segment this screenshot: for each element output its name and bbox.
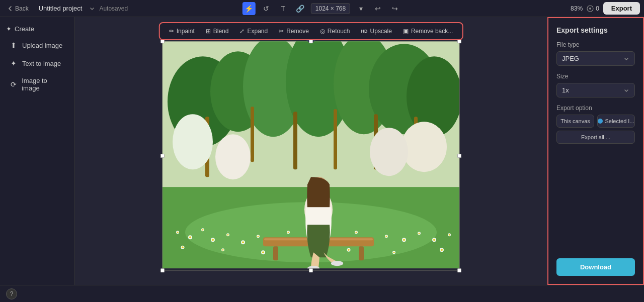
- svg-point-17: [401, 122, 447, 172]
- link-icon[interactable]: 🔗: [294, 2, 307, 15]
- retouch-icon: ◎: [320, 28, 325, 35]
- inpaint-icon: ✏: [169, 28, 174, 35]
- expand-tool-button[interactable]: ⤢ Expand: [234, 25, 273, 37]
- svg-point-63: [262, 251, 264, 253]
- remove-icon: ✂: [279, 28, 284, 35]
- history-icon[interactable]: ↺: [260, 2, 273, 15]
- canvas-area: ✏ Inpaint ⊞ Blend ⤢ Expand ✂ Remove ◎ Re…: [74, 17, 547, 285]
- create-section: ✦ Create: [0, 21, 74, 36]
- redo-icon[interactable]: ↪: [388, 2, 401, 15]
- top-bar-left: Back Untitled project Autosaved: [4, 3, 128, 14]
- file-type-select[interactable]: JPEG: [556, 51, 635, 66]
- size-select[interactable]: 1x: [556, 83, 635, 97]
- svg-rect-12: [293, 112, 297, 169]
- project-name[interactable]: Untitled project: [36, 4, 86, 13]
- export-all-button[interactable]: Export all ...: [556, 131, 635, 144]
- export-option-group: Export option This canvas Selected I... …: [556, 105, 635, 144]
- export-button[interactable]: Export: [603, 2, 640, 15]
- plus-icon: ✦: [6, 25, 12, 33]
- sidebar-item-image-to-image[interactable]: ⟳ Image to image: [3, 73, 71, 96]
- svg-rect-11: [251, 107, 254, 162]
- remove-back-tool-button[interactable]: ▣ Remove back...: [398, 25, 458, 37]
- export-option-row: This canvas Selected I...: [556, 115, 635, 128]
- text-tool-icon[interactable]: T: [277, 2, 290, 15]
- download-button[interactable]: Download: [556, 258, 635, 276]
- sidebar-item-upload-image[interactable]: ⬆ Upload image: [3, 37, 71, 54]
- tool-ribbon: ✏ Inpaint ⊞ Blend ⤢ Expand ✂ Remove ◎ Re…: [159, 22, 463, 40]
- svg-point-35: [258, 235, 259, 237]
- svg-point-19: [370, 128, 408, 176]
- magic-tool-icon[interactable]: ⚡: [243, 2, 256, 15]
- svg-point-25: [189, 236, 191, 238]
- text-to-image-icon: ✦: [9, 59, 18, 68]
- svg-point-1: [589, 8, 591, 10]
- canvas-image: [163, 41, 459, 268]
- svg-point-69: [441, 249, 443, 251]
- zoom-level: 83%: [571, 5, 583, 12]
- size-chevron-icon: [623, 87, 629, 93]
- export-option-label: Export option: [556, 105, 635, 112]
- svg-point-53: [419, 232, 420, 234]
- svg-point-45: [356, 231, 357, 233]
- svg-point-55: [433, 239, 435, 241]
- handle-bottom-left[interactable]: [160, 268, 165, 272]
- file-type-label: File type: [556, 41, 635, 48]
- help-button[interactable]: ?: [6, 288, 17, 299]
- handle-bottom-right[interactable]: [457, 268, 461, 272]
- selected-image-button[interactable]: Selected I...: [597, 115, 635, 128]
- svg-point-59: [182, 246, 184, 248]
- svg-point-33: [242, 241, 244, 243]
- export-panel: Export settings File type JPEG Size 1x E…: [547, 17, 644, 285]
- back-button[interactable]: Back: [4, 3, 32, 14]
- size-label: Size: [556, 73, 635, 80]
- svg-point-39: [288, 231, 289, 233]
- this-canvas-button[interactable]: This canvas: [556, 115, 594, 128]
- export-settings-title: Export settings: [556, 26, 635, 34]
- notification-icon: [587, 5, 594, 12]
- svg-point-31: [227, 234, 229, 235]
- handle-bottom-middle[interactable]: [309, 268, 313, 272]
- sidebar-item-text-to-image[interactable]: ✦ Text to image: [3, 55, 71, 72]
- remove-tool-button[interactable]: ✂ Remove: [274, 25, 314, 37]
- canvas-size[interactable]: 1024 × 768: [311, 3, 350, 14]
- svg-point-49: [386, 235, 387, 237]
- top-bar-right: 83% 0 Export: [571, 2, 640, 15]
- autosaved-label: Autosaved: [99, 5, 128, 12]
- svg-point-23: [177, 231, 179, 233]
- upscale-tool-button[interactable]: HD Upscale: [356, 25, 397, 37]
- svg-rect-72: [273, 246, 278, 260]
- image-to-image-icon: ⟳: [9, 80, 18, 89]
- bottom-bar: ?: [0, 285, 644, 302]
- inpaint-tool-button[interactable]: ✏ Inpaint: [164, 25, 200, 37]
- blend-icon: ⊞: [206, 28, 211, 35]
- svg-point-18: [215, 134, 251, 179]
- svg-point-16: [173, 114, 213, 169]
- remove-back-icon: ▣: [403, 28, 409, 35]
- svg-point-61: [222, 249, 224, 250]
- size-group: Size 1x: [556, 73, 635, 97]
- svg-point-65: [348, 249, 350, 251]
- sidebar: ✦ Create ⬆ Upload image ✦ Text to image …: [0, 17, 74, 285]
- hd-icon: HD: [361, 29, 368, 34]
- canvas-image-container: ↺: [162, 41, 460, 271]
- notification-badge: 0: [587, 5, 599, 12]
- top-bar: Back Untitled project Autosaved ⚡ ↺ T 🔗 …: [0, 0, 644, 17]
- svg-point-51: [403, 239, 405, 241]
- project-chevron-icon: [89, 6, 95, 12]
- svg-rect-73: [359, 246, 364, 260]
- handle-middle-right[interactable]: [457, 154, 461, 158]
- svg-point-57: [449, 234, 450, 235]
- file-type-group: File type JPEG: [556, 41, 635, 66]
- blend-tool-button[interactable]: ⊞ Blend: [201, 25, 234, 37]
- undo-icon[interactable]: ↩: [371, 2, 384, 15]
- upload-icon: ⬆: [9, 41, 18, 50]
- svg-rect-13: [334, 109, 337, 169]
- back-label: Back: [15, 5, 29, 12]
- chevron-canvas-icon[interactable]: ▾: [354, 2, 367, 15]
- expand-icon: ⤢: [239, 28, 245, 35]
- retouch-tool-button[interactable]: ◎ Retouch: [315, 25, 355, 37]
- radio-dot-icon: [598, 119, 603, 124]
- svg-point-67: [393, 251, 395, 253]
- handle-middle-left[interactable]: [160, 154, 165, 158]
- svg-point-29: [212, 239, 214, 241]
